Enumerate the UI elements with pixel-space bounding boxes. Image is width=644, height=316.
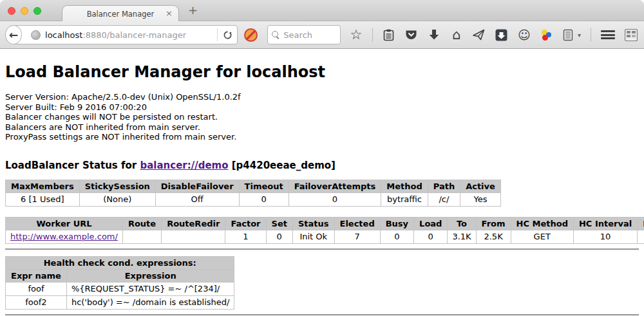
expression-cell: hc('body') =~ /domain is established/: [66, 295, 234, 309]
column-header: DisableFailover: [155, 180, 239, 192]
column-header-expression: Expression: [66, 269, 234, 282]
table-cell: 1 (0): [638, 230, 644, 243]
back-icon: ←: [9, 28, 18, 41]
column-header: Active: [460, 180, 501, 192]
pocket-icon[interactable]: [405, 28, 418, 41]
tab-grid-icon[interactable]: [625, 28, 638, 41]
globe-icon: [31, 30, 41, 40]
table-row: http://www.example.com/10Init Ok7003.1K2…: [6, 230, 644, 243]
column-header: To: [448, 217, 476, 230]
table-cell: 0: [380, 230, 413, 243]
column-header: Busy: [380, 217, 413, 230]
search-icon: [272, 31, 279, 39]
reading-list-icon[interactable]: [383, 28, 395, 41]
divider: [5, 314, 639, 316]
column-header: HC Method: [511, 217, 573, 230]
plugin-blocked-icon[interactable]: [244, 28, 258, 42]
table-cell: 2.5K: [476, 230, 511, 243]
table-cell: [162, 230, 225, 243]
health-table-title-row: Health check cond. expressions:: [6, 256, 234, 269]
table-cell: Init Ok: [292, 230, 334, 243]
column-header: Timeout: [239, 180, 289, 192]
balancer-demo-link[interactable]: balancer://demo: [140, 160, 228, 171]
table-header-row: MaxMembersStickySessionDisableFailoverTi…: [6, 180, 501, 192]
table-header-row: Worker URLRouteRouteRedirFactorSetStatus…: [6, 217, 644, 230]
worker-url-link[interactable]: http://www.example.com/: [10, 232, 118, 241]
url-path: :8880/balancer-manager: [82, 30, 186, 40]
info-line: Balancers are NOT inherited from main se…: [5, 122, 639, 133]
table-cell: 0: [266, 230, 292, 243]
toolbar-divider: [372, 28, 373, 42]
reload-button[interactable]: [220, 30, 232, 40]
download-icon[interactable]: [428, 28, 440, 41]
column-header: Status: [292, 217, 334, 230]
window-titlebar[interactable]: Balancer Manager × +: [0, 0, 644, 21]
divider: [5, 248, 639, 250]
column-header: FailoverAttempts: [289, 180, 381, 192]
loadbalancer-status-heading: LoadBalancer Status for balancer://demo …: [5, 160, 639, 171]
table-cell: 0: [414, 230, 448, 243]
column-header: Route: [122, 217, 161, 230]
search-bar[interactable]: [267, 25, 341, 44]
health-table-header-row: Expr name Expression: [6, 269, 234, 282]
column-header: Passes: [638, 217, 644, 230]
health-check-table: Health check cond. expressions: Expr nam…: [5, 256, 234, 310]
column-header: RouteRedir: [162, 217, 225, 230]
video-download-icon[interactable]: [495, 28, 508, 41]
zoom-window-button[interactable]: [33, 7, 41, 15]
balancer-status-table: MaxMembersStickySessionDisableFailoverTi…: [5, 180, 501, 207]
table-cell: http://www.example.com/: [6, 230, 123, 243]
chat-smiley-icon[interactable]: ☺: [518, 28, 531, 41]
close-tab-icon[interactable]: ×: [166, 8, 173, 19]
tab-title: Balancer Manager: [87, 10, 155, 19]
search-input[interactable]: [283, 30, 336, 40]
browser-tab[interactable]: Balancer Manager ×: [62, 5, 179, 22]
table-cell: GET: [511, 230, 573, 243]
archive-container-icon[interactable]: [562, 28, 574, 41]
column-header: From: [476, 217, 511, 230]
status-heading-suffix: [p4420eeae_demo]: [229, 160, 336, 171]
urlbar-divider: [217, 28, 218, 41]
table-cell: /c/: [428, 192, 460, 206]
back-button[interactable]: ←: [5, 25, 22, 44]
url-host: localhost: [45, 30, 82, 40]
page-title: Load Balancer Manager for localhost: [5, 63, 639, 81]
home-icon[interactable]: ⌂: [450, 28, 463, 41]
table-cell: 1: [225, 230, 266, 243]
column-header: HC Interval: [573, 217, 637, 230]
url-text[interactable]: localhost:8880/balancer-manager: [45, 30, 213, 40]
table-cell: 3.1K: [448, 230, 476, 243]
worker-status-table: Worker URLRouteRouteRedirFactorSetStatus…: [5, 217, 644, 244]
info-line: Server Version: Apache/2.5.0-dev (Unix) …: [5, 92, 639, 102]
column-header: MaxMembers: [6, 180, 80, 192]
table-row: 6 [1 Used](None)Off00bytraffic/c/Yes: [6, 192, 501, 206]
table-cell: 6 [1 Used]: [6, 192, 80, 206]
column-header: StickySession: [79, 180, 155, 192]
menu-icon[interactable]: [601, 30, 615, 39]
column-header: Method: [381, 180, 428, 192]
table-cell: (None): [79, 192, 155, 206]
reload-icon: [223, 30, 232, 40]
column-header: Elected: [334, 217, 380, 230]
navigation-toolbar: ← localhost:8880/balancer-manager ☆: [0, 21, 644, 49]
column-header: Factor: [225, 217, 266, 230]
expression-cell: %{REQUEST_STATUS} =~ /^[234]/: [66, 282, 234, 295]
table-cell: bytraffic: [381, 192, 428, 206]
column-header-expr-name: Expr name: [6, 269, 67, 282]
table-cell: [122, 230, 161, 243]
table-row: foof %{REQUEST_STATUS} =~ /^[234]/: [6, 282, 234, 295]
close-window-button[interactable]: [8, 7, 15, 15]
colored-dots-extension-icon[interactable]: [540, 29, 552, 41]
column-header: Path: [428, 180, 460, 192]
column-header: Set: [266, 217, 292, 230]
url-bar[interactable]: localhost:8880/balancer-manager: [12, 25, 238, 44]
table-cell: Off: [155, 192, 239, 206]
chevron-down-icon[interactable]: ▾: [578, 32, 581, 39]
minimize-window-button[interactable]: [21, 7, 28, 15]
bookmark-star-icon[interactable]: ☆: [350, 28, 363, 41]
table-cell: 7: [334, 230, 380, 243]
column-header: Load: [414, 217, 448, 230]
send-icon[interactable]: [473, 28, 486, 41]
expr-name-cell: foof: [6, 282, 67, 295]
new-tab-button[interactable]: +: [188, 3, 198, 17]
